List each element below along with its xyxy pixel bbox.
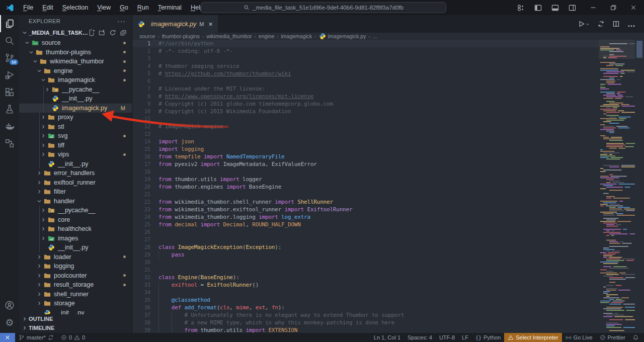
encoding-setting[interactable]: UTF-8 [436,333,458,342]
tree-item-vips[interactable]: vips [19,150,132,159]
line-number: 10 [132,108,158,115]
activity-docker-icon[interactable] [0,118,19,135]
activity-testing-icon[interactable] [0,101,19,118]
tree-item--init-py[interactable]: __init__.py [19,243,132,252]
new-file-button[interactable] [88,29,95,36]
tree-item--init-py[interactable]: __init__.py [19,159,132,169]
activity-extensions-icon[interactable] [0,83,19,101]
tree-item-handler[interactable]: handler [19,197,132,206]
tree-item-thumbor-plugins[interactable]: thumbor-plugins [19,48,132,57]
menu-run[interactable]: Run [133,3,153,13]
outline-panel-header[interactable]: OUTLINE [19,314,132,323]
menu-file[interactable]: File [19,3,37,13]
activity-account-icon[interactable] [0,297,19,314]
cursor-position[interactable]: Ln 1, Col 1 [370,333,404,342]
minimap[interactable] [599,40,635,333]
tree-item-logging[interactable]: logging [19,262,132,271]
tree-item--pycache-[interactable]: __pycache__ [19,85,132,95]
scrollbar-thumb[interactable] [636,41,642,58]
tree-item-imagemagick[interactable]: imagemagick [19,75,132,85]
editor-scrollbar[interactable] [635,40,644,333]
breadcrumb-engine[interactable]: engine [259,33,275,39]
tree-item-proxy[interactable]: proxy [19,113,132,122]
tree-item-storage[interactable]: storage [19,299,132,308]
activity-remote-explorer-icon[interactable] [0,135,19,152]
prettier-status[interactable]: Prettier [596,333,629,342]
customize-layout-button[interactable] [512,0,529,15]
menu-view[interactable]: View [93,3,115,13]
menu-edit[interactable]: Edit [38,3,57,13]
split-editor-button[interactable] [612,20,620,28]
indent-guide [39,234,40,243]
menu-go[interactable]: Go [116,3,132,13]
close-button[interactable] [625,0,642,15]
tree-item-loader[interactable]: loader [19,252,132,262]
more-actions-button[interactable]: … [627,20,636,29]
tree-item-result-storage[interactable]: result_storage [19,280,132,290]
breadcrumb-source[interactable]: source [139,33,155,39]
activity-search-icon[interactable] [0,32,19,49]
minimize-button[interactable] [585,0,602,15]
tab-imagemagick-py[interactable]: imagemagick.py M × [132,15,218,33]
tree-item-engine[interactable]: engine [19,66,132,76]
remote-indicator[interactable] [0,333,15,342]
tree-item-stl[interactable]: stl [19,122,132,132]
folder-icon [39,57,47,65]
tree-item--init-py[interactable]: __init__.py [19,308,132,315]
explorer-more-actions-button[interactable]: ··· [117,17,126,25]
refresh-button[interactable] [109,29,116,36]
collapse-all-button[interactable] [120,29,127,36]
git-branch-status[interactable]: master* [15,333,57,342]
toggle-sidebar-button[interactable] [529,0,546,15]
notifications-bell-button[interactable] [629,333,644,342]
tree-item-error-handlers[interactable]: error_handlers [19,168,132,178]
timeline-panel-header[interactable]: TIMELINE [19,323,132,332]
go-live-button[interactable]: Go Live [562,333,596,342]
indent-guide [39,215,40,225]
tree-item-exiftool-runner[interactable]: exiftool_runner [19,178,132,188]
minimap-slider[interactable] [599,40,635,59]
code-editor[interactable]: 1#!/usr/bin/python2# -*- coding: utf-8 -… [132,40,599,333]
problems-status[interactable]: 0 0 [57,333,89,342]
tree-item--init-py[interactable]: __init__.py [19,94,132,104]
activity-run-debug-icon[interactable] [0,66,19,83]
breadcrumb-thumbor-plugins[interactable]: thumbor-plugins [162,33,200,39]
tree-item-wikimedia-thumbor[interactable]: wikimedia_thumbor [19,57,132,66]
activity-source-control-icon[interactable]: 12 [0,49,19,66]
tree-item-svg[interactable]: svg [19,131,132,141]
breadcrumb-imagemagick-py[interactable]: imagemagick.py [319,33,366,40]
activity-explorer-icon[interactable] [0,15,19,32]
activity-settings-icon[interactable]: ⚙ [0,314,19,331]
eol-setting[interactable]: LF [458,333,472,342]
tree-item--pycache-[interactable]: __pycache__ [19,206,132,215]
tree-item-poolcounter[interactable]: poolcounter [19,271,132,281]
breadcrumb-imagemagick[interactable]: imagemagick [281,33,312,39]
code-line-27: 27 [132,236,599,243]
restore-button[interactable] [605,0,622,15]
tree-item-label: poolcounter [54,272,87,279]
tab-close-icon[interactable]: × [209,20,213,28]
tree-item-imagemagick-py[interactable]: imagemagick.pyM [19,104,132,113]
run-python-file-button[interactable] [578,20,590,28]
breadcrumb--[interactable]: ... [373,33,377,39]
folder-icon [43,262,51,270]
workspace-section-header[interactable]: _MEDIA_FILE_TASK_51E1... [19,27,132,38]
indentation-setting[interactable]: Spaces: 4 [404,333,436,342]
tree-item-tiff[interactable]: tiff [19,141,132,150]
breadcrumb-wikimedia-thumbor[interactable]: wikimedia_thumbor [206,33,252,39]
tree-item-filter[interactable]: filter [19,187,132,197]
tree-item-shell-runner[interactable]: shell_runner [19,290,132,299]
toggle-secondary-sidebar-button[interactable] [564,0,581,15]
new-folder-button[interactable] [99,29,106,36]
tree-item-source[interactable]: source [19,38,132,48]
select-interpreter-button[interactable]: Select Interpreter [504,333,561,342]
open-changes-button[interactable] [597,20,605,28]
tree-item-core[interactable]: core [19,215,132,225]
tree-item-images[interactable]: images [19,234,132,243]
language-mode[interactable]: {} Python [472,333,504,342]
command-center-search[interactable]: _media_file_task_51e1d96e-9def-40b6-9d81… [201,2,446,13]
menu-terminal[interactable]: Terminal [154,3,186,13]
menu-selection[interactable]: Selection [58,3,92,13]
toggle-panel-button[interactable] [546,0,564,15]
tree-item-healthcheck[interactable]: healthcheck [19,224,132,234]
